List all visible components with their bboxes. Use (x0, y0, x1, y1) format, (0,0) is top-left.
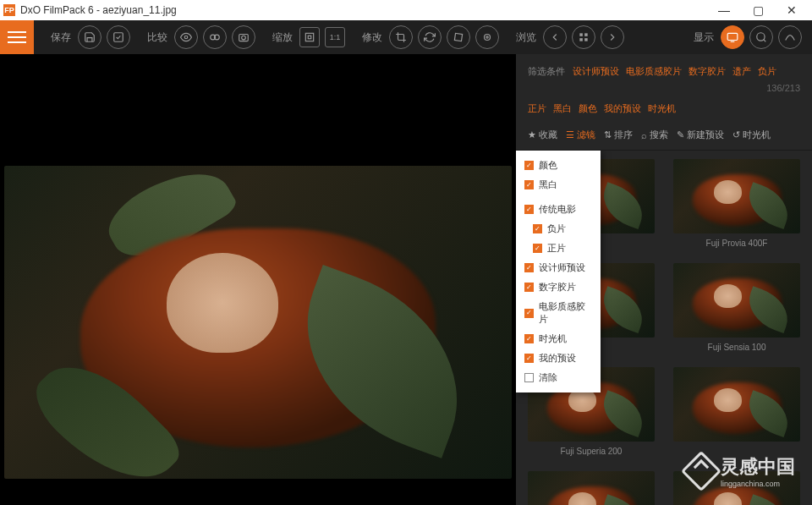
dropdown-label: 数字胶片 (539, 281, 576, 294)
preview-image (4, 166, 512, 479)
browse-label: 浏览 (516, 30, 536, 45)
svg-rect-15 (727, 33, 738, 40)
checkbox-icon (524, 180, 534, 189)
filter-tag[interactable]: 遗产 (732, 66, 751, 76)
menu-button[interactable] (0, 20, 34, 54)
svg-line-18 (764, 40, 766, 42)
filter-tags-row2: 正片黑白颜色我的预设时光机 (516, 100, 812, 124)
checkbox-icon (524, 263, 534, 272)
zoom-11-button[interactable]: 1:1 (325, 27, 345, 47)
dropdown-label: 设计师预设 (539, 261, 585, 274)
next-button[interactable] (601, 25, 624, 49)
preset-name: Fuji Sensia 100 (708, 343, 766, 352)
dropdown-item[interactable]: 黑白 (516, 175, 601, 195)
filter-tag[interactable]: 负片 (758, 66, 776, 76)
svg-rect-0 (114, 33, 123, 42)
filter-tag[interactable]: 数字胶片 (689, 66, 726, 76)
checkbox-icon (524, 334, 534, 343)
close-button[interactable]: ✕ (775, 0, 809, 20)
dropdown-label: 电影质感胶片 (539, 300, 592, 326)
crop-button[interactable] (389, 25, 413, 49)
filter-dropdown: 颜色黑白传统电影负片正片设计师预设数字胶片电影质感胶片时光机我的预设清除 (516, 151, 601, 392)
svg-rect-13 (579, 38, 583, 41)
filter-tag[interactable]: 正片 (528, 103, 546, 113)
presets-grid-container: 颜色黑白传统电影负片正片设计师预设数字胶片电影质感胶片时光机我的预设清除 Fuj… (516, 151, 812, 505)
display-group: 显示 (694, 25, 802, 49)
svg-point-10 (486, 36, 488, 38)
maximize-button[interactable]: ▢ (741, 0, 775, 20)
watermark: 灵感中国 lingganchina.com (687, 454, 795, 488)
dropdown-label: 我的预设 (539, 352, 576, 365)
preset-toolbar: ★ 收藏 ☰ 滤镜 ⇅ 排序 ⌕ 搜索 ✎ 新建预设 ↺ 时光机 (516, 124, 812, 151)
dropdown-label: 颜色 (539, 159, 557, 172)
svg-point-5 (242, 36, 246, 40)
main-toolbar: 保存 比较 缩放 1:1 修改 浏览 显示 (0, 20, 812, 54)
dropdown-item[interactable]: 数字胶片 (516, 277, 601, 297)
export-button[interactable] (107, 25, 130, 49)
zoom-label: 缩放 (272, 30, 293, 45)
favorites-tab[interactable]: ★ 收藏 (528, 129, 557, 141)
filter-tag[interactable]: 设计师预设 (573, 66, 619, 76)
filter-tag[interactable]: 时光机 (648, 103, 676, 113)
dropdown-item[interactable]: 正片 (516, 239, 601, 258)
compare-split-button[interactable] (203, 25, 227, 49)
svg-rect-12 (584, 33, 588, 36)
display-histogram-button[interactable] (778, 25, 802, 49)
dropdown-label: 负片 (547, 222, 566, 235)
compare-snapshot-button[interactable] (232, 25, 255, 49)
compare-group: 比较 (147, 25, 255, 49)
dropdown-label: 传统电影 (539, 203, 576, 216)
filter-tags-row1: 筛选条件 设计师预设电影质感胶片数字胶片遗产负片 136/213 (516, 54, 812, 100)
dropdown-item[interactable]: 负片 (516, 219, 601, 239)
blur-button[interactable] (475, 25, 499, 49)
dropdown-item[interactable]: 设计师预设 (516, 258, 601, 277)
filter-tag[interactable]: 电影质感胶片 (626, 66, 682, 76)
preview-area[interactable] (0, 54, 516, 505)
search-tab[interactable]: ⌕ 搜索 (641, 129, 668, 141)
preset-item[interactable] (670, 367, 804, 456)
filter-tag[interactable]: 黑白 (553, 103, 572, 113)
checkbox-icon (533, 244, 542, 253)
rotate-button[interactable] (418, 25, 442, 49)
time-machine-tab[interactable]: ↺ 时光机 (732, 129, 771, 141)
preset-item[interactable]: Fuji Provia 400F (670, 159, 804, 248)
dropdown-item[interactable]: 电影质感胶片 (516, 297, 601, 329)
window-title: DxO FilmPack 6 - aeziyuan_11.jpg (20, 4, 707, 16)
dropdown-item[interactable]: 我的预设 (516, 349, 601, 368)
edit-group: 修改 (362, 25, 499, 49)
checkbox-icon (524, 354, 534, 363)
prev-button[interactable] (543, 25, 567, 49)
main-area: 筛选条件 设计师预设电影质感胶片数字胶片遗产负片 136/213 正片黑白颜色我… (0, 54, 812, 505)
preset-item[interactable]: Fuji Sensia 100 (670, 263, 804, 352)
svg-rect-6 (305, 33, 313, 41)
filter-tag[interactable]: 我的预设 (604, 103, 641, 113)
svg-point-9 (485, 35, 491, 41)
dropdown-item[interactable]: 传统电影 (516, 200, 601, 219)
sort-tab[interactable]: ⇅ 排序 (604, 129, 633, 141)
dropdown-item[interactable]: 时光机 (516, 329, 601, 349)
dropdown-item[interactable]: 颜色 (516, 156, 601, 175)
save-button[interactable] (78, 25, 102, 49)
preset-item[interactable] (524, 471, 658, 505)
display-monitor-button[interactable] (721, 25, 744, 49)
display-info-button[interactable] (749, 25, 773, 49)
filter-label: 筛选条件 (528, 66, 565, 76)
presets-panel: 筛选条件 设计师预设电影质感胶片数字胶片遗产负片 136/213 正片黑白颜色我… (516, 54, 812, 505)
titlebar: FP DxO FilmPack 6 - aeziyuan_11.jpg — ▢ … (0, 0, 812, 20)
compare-eye-button[interactable] (174, 25, 198, 49)
compare-label: 比较 (147, 30, 167, 45)
filter-tab[interactable]: ☰ 滤镜 (566, 129, 595, 141)
minimize-button[interactable]: — (707, 0, 741, 20)
filter-tag[interactable]: 颜色 (579, 103, 597, 113)
preset-thumbnail (673, 159, 800, 233)
straighten-button[interactable] (447, 25, 470, 49)
preset-name: Fuji Provia 400F (706, 239, 768, 248)
svg-point-1 (184, 36, 188, 39)
grid-button[interactable] (572, 25, 595, 49)
dropdown-label: 黑白 (539, 178, 557, 191)
new-preset-tab[interactable]: ✎ 新建预设 (677, 129, 724, 141)
dropdown-item[interactable]: 清除 (516, 368, 601, 387)
svg-rect-7 (308, 36, 311, 39)
zoom-group: 缩放 1:1 (272, 27, 345, 47)
zoom-fit-button[interactable] (299, 27, 320, 47)
